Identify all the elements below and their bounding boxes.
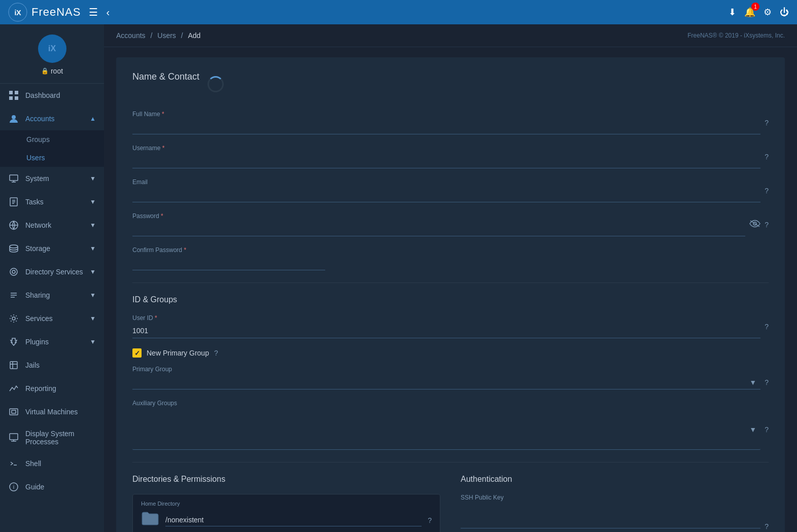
password-help-icon[interactable]: ? bbox=[765, 221, 769, 229]
primary-group-select[interactable] bbox=[132, 375, 760, 389]
sidebar-item-services[interactable]: Services ▼ bbox=[0, 307, 104, 330]
new-primary-group-help-icon[interactable]: ? bbox=[214, 349, 218, 357]
sidebar-item-sharing[interactable]: Sharing ▼ bbox=[0, 283, 104, 307]
home-directory-box: Home Directory ? bbox=[132, 494, 440, 532]
sidebar-item-guide[interactable]: i Guide bbox=[0, 475, 104, 499]
sidebar-user: iX 🔒 root bbox=[0, 24, 104, 84]
sidebar-item-display-system-processes[interactable]: Display System Processes bbox=[0, 423, 104, 452]
tasks-icon bbox=[8, 196, 19, 207]
home-directory-help-icon[interactable]: ? bbox=[428, 516, 432, 524]
full-name-input[interactable] bbox=[132, 120, 760, 134]
sidebar: iX 🔒 root Dashboard Accounts ▲ Groups bbox=[0, 24, 104, 532]
breadcrumb-accounts[interactable]: Accounts bbox=[116, 31, 146, 40]
notifications-icon[interactable]: 🔔 1 bbox=[744, 7, 755, 18]
svg-point-22 bbox=[12, 317, 15, 320]
svg-point-16 bbox=[10, 245, 18, 248]
new-primary-group-label: New Primary Group bbox=[147, 349, 209, 357]
reporting-icon bbox=[8, 383, 19, 394]
id-groups-title: ID & Groups bbox=[132, 295, 769, 304]
new-primary-group-checkbox[interactable] bbox=[132, 348, 142, 358]
sidebar-item-accounts[interactable]: Accounts ▲ bbox=[0, 107, 104, 130]
sidebar-item-reporting[interactable]: Reporting bbox=[0, 377, 104, 400]
services-icon bbox=[8, 313, 19, 324]
topbar: iX FreeNAS ☰ ‹ ⬇ 🔔 1 ⚙ ⏻ bbox=[0, 0, 797, 24]
username-label: Username * bbox=[132, 145, 760, 152]
breadcrumb-users[interactable]: Users bbox=[157, 31, 176, 40]
accounts-arrow-icon: ▲ bbox=[90, 115, 96, 122]
user-id-input[interactable] bbox=[132, 324, 760, 338]
sidebar-item-label-jails: Jails bbox=[25, 361, 96, 369]
sidebar-item-storage[interactable]: Storage ▼ bbox=[0, 237, 104, 260]
email-input[interactable] bbox=[132, 188, 760, 202]
power-icon[interactable]: ⏻ bbox=[780, 7, 789, 18]
svg-rect-2 bbox=[9, 91, 13, 94]
sidebar-sub-item-groups[interactable]: Groups bbox=[0, 130, 104, 149]
username-input[interactable] bbox=[132, 154, 760, 168]
primary-group-help-icon[interactable]: ? bbox=[765, 378, 769, 386]
password-toggle-icon[interactable] bbox=[749, 220, 760, 230]
user-id-help-icon[interactable]: ? bbox=[765, 323, 769, 331]
notification-badge: 1 bbox=[751, 3, 759, 11]
shell-icon bbox=[8, 458, 19, 469]
confirm-password-input[interactable] bbox=[132, 256, 325, 270]
services-arrow-icon: ▼ bbox=[90, 315, 96, 322]
ssh-key-help-icon[interactable]: ? bbox=[765, 522, 769, 530]
sharing-icon bbox=[8, 290, 19, 301]
back-icon[interactable]: ‹ bbox=[106, 7, 110, 18]
auxiliary-groups-select[interactable] bbox=[132, 409, 760, 450]
auxiliary-groups-label: Auxiliary Groups bbox=[132, 400, 769, 407]
sidebar-item-label-shell: Shell bbox=[25, 459, 96, 468]
copyright-text: FreeNAS® © 2019 - iXsystems, Inc. bbox=[687, 32, 785, 39]
password-input[interactable] bbox=[132, 222, 745, 236]
sidebar-item-label-display-system-processes: Display System Processes bbox=[25, 430, 96, 446]
sidebar-item-shell[interactable]: Shell bbox=[0, 452, 104, 475]
system-icon bbox=[8, 173, 19, 184]
sidebar-item-label-system: System bbox=[25, 174, 84, 183]
svg-rect-26 bbox=[10, 409, 18, 415]
ssh-key-textarea[interactable] bbox=[461, 503, 760, 528]
tasks-arrow-icon: ▼ bbox=[90, 198, 96, 205]
auxiliary-groups-field: Auxiliary Groups ▼ ? bbox=[132, 400, 769, 450]
user-id-field: User ID * ? bbox=[132, 314, 769, 338]
sidebar-item-label-directory-services: Directory Services bbox=[25, 268, 84, 276]
sidebar-item-plugins[interactable]: Plugins ▼ bbox=[0, 330, 104, 353]
sidebar-item-label-storage: Storage bbox=[25, 244, 84, 253]
sidebar-item-label-dashboard: Dashboard bbox=[25, 91, 96, 99]
storage-icon bbox=[8, 243, 19, 254]
sidebar-item-directory-services[interactable]: Directory Services ▼ bbox=[0, 260, 104, 283]
menu-icon[interactable]: ☰ bbox=[89, 6, 98, 18]
svg-text:i: i bbox=[13, 484, 14, 490]
full-name-label: Full Name * bbox=[132, 111, 760, 118]
svg-point-17 bbox=[10, 268, 17, 275]
logo: iX FreeNAS bbox=[8, 3, 81, 22]
username-help-icon[interactable]: ? bbox=[765, 153, 769, 161]
sidebar-item-label-guide: Guide bbox=[25, 483, 96, 491]
svg-rect-5 bbox=[15, 96, 18, 100]
avatar: iX bbox=[38, 34, 66, 63]
sidebar-item-system[interactable]: System ▼ bbox=[0, 167, 104, 190]
email-help-icon[interactable]: ? bbox=[765, 187, 769, 195]
storage-arrow-icon: ▼ bbox=[90, 245, 96, 252]
sidebar-item-virtual-machines[interactable]: Virtual Machines bbox=[0, 400, 104, 423]
name-contact-title: Name & Contact bbox=[132, 72, 199, 82]
settings-icon[interactable]: ⚙ bbox=[764, 7, 772, 18]
full-name-help-icon[interactable]: ? bbox=[765, 119, 769, 127]
dirs-permissions-col: Directories & Permissions Home Directory bbox=[132, 475, 440, 532]
auxiliary-groups-help-icon[interactable]: ? bbox=[765, 425, 769, 434]
download-icon[interactable]: ⬇ bbox=[729, 7, 736, 18]
network-arrow-icon: ▼ bbox=[90, 222, 96, 229]
email-label: Email bbox=[132, 179, 760, 186]
guide-icon: i bbox=[8, 481, 19, 492]
sidebar-item-label-tasks: Tasks bbox=[25, 198, 84, 206]
freenas-logo-icon: iX bbox=[8, 3, 27, 22]
sidebar-item-dashboard[interactable]: Dashboard bbox=[0, 84, 104, 107]
content-area: Accounts / Users / Add FreeNAS® © 2019 -… bbox=[104, 24, 797, 532]
home-directory-input[interactable] bbox=[165, 514, 422, 526]
system-arrow-icon: ▼ bbox=[90, 175, 96, 182]
network-icon bbox=[8, 220, 19, 231]
sidebar-item-jails[interactable]: Jails bbox=[0, 353, 104, 377]
sidebar-item-network[interactable]: Network ▼ bbox=[0, 214, 104, 237]
svg-rect-3 bbox=[15, 91, 18, 94]
sidebar-sub-item-users[interactable]: Users bbox=[0, 149, 104, 167]
sidebar-item-tasks[interactable]: Tasks ▼ bbox=[0, 190, 104, 214]
